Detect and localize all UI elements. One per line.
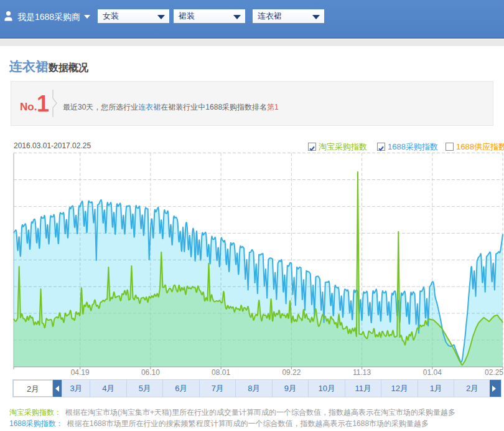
svg-text:11.13: 11.13 xyxy=(353,368,371,376)
svg-text:08.01: 08.01 xyxy=(212,368,230,376)
svg-text:01.04: 01.04 xyxy=(423,368,442,376)
svg-text:06.10: 06.10 xyxy=(141,368,160,376)
svg-text:02.25: 02.25 xyxy=(485,368,503,376)
svg-text:09.22: 09.22 xyxy=(282,368,301,376)
svg-text:04.19: 04.19 xyxy=(71,368,90,376)
